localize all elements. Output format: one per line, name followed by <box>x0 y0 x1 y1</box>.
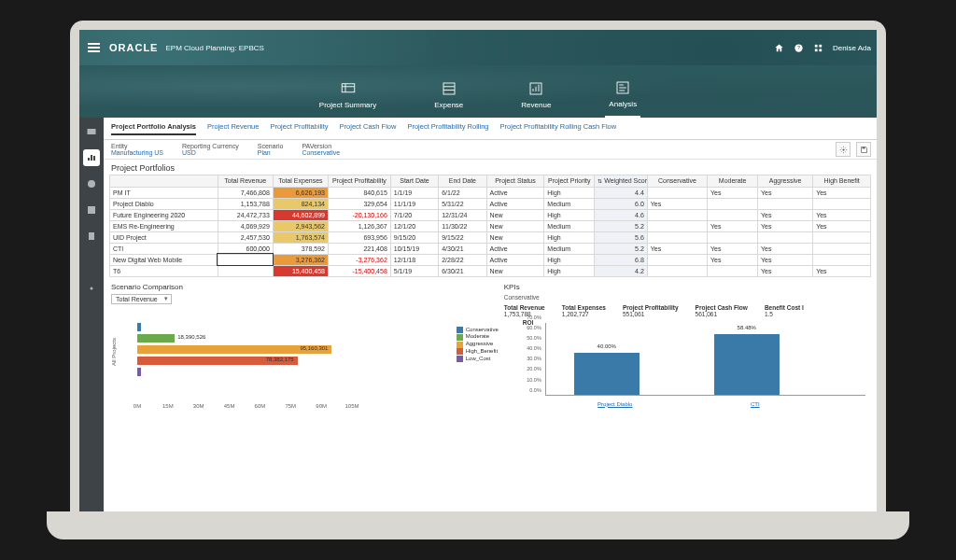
svg-rect-15 <box>862 147 865 148</box>
rail-item-1[interactable] <box>83 123 100 140</box>
home-icon[interactable] <box>774 43 784 53</box>
table-row[interactable]: CTI600,000378,592221,40810/15/194/30/21A… <box>110 243 871 254</box>
roi-x-label[interactable]: CTI <box>713 401 797 407</box>
filter-label: Entity <box>111 143 163 149</box>
subtab-project-revenue[interactable]: Project Revenue <box>207 122 259 135</box>
subtab-profitability-rolling[interactable]: Project Profitability Rolling <box>407 122 488 135</box>
table-row[interactable]: Future Engineering 202024,472,73344,602,… <box>110 209 871 220</box>
filter-currency[interactable]: USD <box>182 149 239 156</box>
rail-item-2[interactable] <box>83 149 100 166</box>
tab-revenue[interactable]: Revenue <box>517 65 555 118</box>
roi-bar-cti[interactable]: 58.48% <box>714 334 780 395</box>
tab-analysis[interactable]: Analysis <box>605 65 640 118</box>
help-icon[interactable]: ? <box>794 43 804 53</box>
column-header[interactable]: Project Status <box>486 175 544 188</box>
kpi-item: Benefit Cost I1.5 <box>765 304 804 317</box>
bar-low-cost[interactable] <box>137 368 141 376</box>
column-header[interactable]: Project Profitability <box>328 175 390 188</box>
laptop-base <box>47 511 909 539</box>
svg-rect-10 <box>88 129 96 134</box>
apps-icon[interactable] <box>813 43 823 53</box>
column-header[interactable]: Start Date <box>390 175 438 188</box>
column-header[interactable]: Total Expenses <box>273 175 328 188</box>
left-rail <box>79 118 104 521</box>
svg-point-13 <box>91 287 93 290</box>
filter-scenario[interactable]: Plan <box>258 149 284 156</box>
column-header[interactable]: High Benefit <box>813 175 871 188</box>
kpi-item: Total Expenses1,202,727 <box>562 304 606 317</box>
column-header[interactable]: Conservative <box>647 175 707 188</box>
kpi-subtitle: Conservative <box>504 294 869 301</box>
portfolio-grid[interactable]: Total RevenueTotal ExpensesProject Profi… <box>109 175 871 277</box>
legend-item[interactable]: Moderate <box>457 333 499 341</box>
rail-item-4[interactable] <box>83 202 100 218</box>
legend-item[interactable]: High_Benefit <box>457 348 499 356</box>
svg-text:?: ? <box>797 45 800 50</box>
table-row[interactable]: EMS Re-Engineering4,069,9292,943,5621,12… <box>110 220 871 231</box>
main-content: Project Portfolio Analysis Project Reven… <box>104 118 877 521</box>
filter-label: Reporting Currency <box>182 143 239 149</box>
scenario-dropdown[interactable]: Total Revenue <box>111 294 172 304</box>
menu-icon[interactable] <box>79 43 105 52</box>
roi-bar-project-diablo[interactable]: 40.00% <box>574 353 640 395</box>
bar-aggressive[interactable]: 95,160,301 <box>137 345 331 354</box>
legend-item[interactable]: Low_Cost <box>457 356 499 363</box>
table-row[interactable]: Project Diablo1,153,788824,134329,65411/… <box>110 198 871 209</box>
filter-paversion[interactable]: Conservative <box>302 149 340 156</box>
table-row[interactable]: PM IT7,466,8086,626,193840,6151/1/196/1/… <box>110 187 871 198</box>
roi-x-label[interactable]: Project Diablo <box>573 401 657 407</box>
column-header[interactable]: ⇅ Weighted Score <box>595 175 648 188</box>
filter-bar: EntityManufacturing US Reporting Currenc… <box>104 140 877 160</box>
scenario-bar-chart: All Projects 18,390,52695,160,30178,382,… <box>111 310 495 413</box>
column-header[interactable] <box>110 175 218 188</box>
column-header[interactable]: End Date <box>439 175 486 188</box>
column-header[interactable]: Aggressive <box>758 175 813 188</box>
kpi-item: Project Cash Flow561,061 <box>696 304 748 317</box>
rail-item-6[interactable] <box>83 254 100 271</box>
bar-high-benefit[interactable]: 78,382,175 <box>137 357 298 365</box>
brand-logo: ORACLE <box>109 42 158 53</box>
svg-rect-7 <box>443 83 455 94</box>
rail-item-7[interactable] <box>83 280 100 297</box>
y-axis-label: All Projects <box>111 338 117 366</box>
tab-project-summary[interactable]: Project Summary <box>316 65 380 118</box>
subtab-project-cash-flow[interactable]: Project Cash Flow <box>340 122 397 135</box>
top-bar: ORACLE EPM Cloud Planning: EPBCS ? Denis… <box>79 30 877 65</box>
grid-title: Project Portfolios <box>104 160 877 175</box>
svg-rect-2 <box>815 44 818 47</box>
svg-rect-3 <box>819 44 822 47</box>
chart-legend: ConservativeModerateAggressiveHigh_Benef… <box>457 327 499 363</box>
subtab-portfolio-analysis[interactable]: Project Portfolio Analysis <box>111 122 196 135</box>
rail-item-5[interactable] <box>83 228 100 245</box>
table-row[interactable]: New Digital Web Mobile3,276,362-3,276,36… <box>110 254 871 265</box>
legend-item[interactable]: Conservative <box>457 327 499 334</box>
kpi-row: Total Revenue1,753,788Total Expenses1,20… <box>504 304 869 317</box>
filter-entity[interactable]: Manufacturing US <box>111 149 163 156</box>
legend-item[interactable]: Aggressive <box>457 341 499 348</box>
column-header[interactable]: Total Revenue <box>218 175 273 188</box>
svg-rect-6 <box>342 83 355 91</box>
svg-point-11 <box>88 180 95 188</box>
save-button[interactable] <box>856 142 871 157</box>
settings-button[interactable] <box>836 142 851 157</box>
table-row[interactable]: UID Project2,457,5301,763,574693,9569/15… <box>110 231 871 243</box>
svg-point-14 <box>842 148 844 150</box>
svg-rect-4 <box>815 49 818 51</box>
filter-label: PAVersion <box>302 143 340 149</box>
scenario-title: Scenario Comparison <box>111 283 495 291</box>
kpi-item: Project Profitability551,061 <box>623 304 679 317</box>
tab-expense[interactable]: Expense <box>430 65 467 118</box>
rail-item-3[interactable] <box>83 175 100 192</box>
column-header[interactable]: Moderate <box>708 175 758 188</box>
kpi-title: KPIs <box>504 283 869 291</box>
filter-label: Scenario <box>258 143 284 149</box>
column-header[interactable]: Project Priority <box>544 175 595 188</box>
subtab-project-profitability[interactable]: Project Profitability <box>270 122 328 135</box>
bar-conservative[interactable] <box>137 323 141 331</box>
nav-tabs: Project Summary Expense Revenue Analysis <box>79 65 877 118</box>
svg-rect-5 <box>819 49 822 51</box>
bar-moderate[interactable]: 18,390,526 <box>137 334 175 343</box>
user-name[interactable]: Denise Ada <box>833 44 871 52</box>
subtab-profitability-rolling-cash-flow[interactable]: Project Profitability Rolling Cash Flow <box>500 122 617 135</box>
table-row[interactable]: T615,400,458-15,400,4585/1/196/30/21NewH… <box>110 265 871 276</box>
